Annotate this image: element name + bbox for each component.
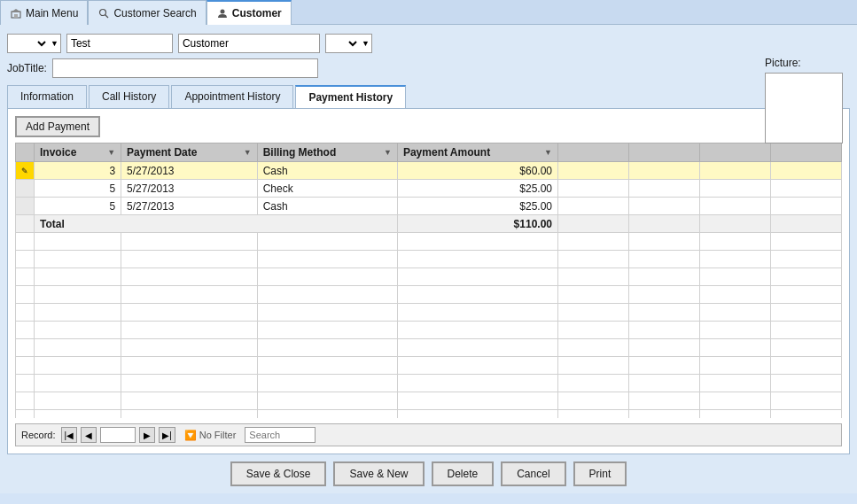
cell-extra-3-1 (700, 162, 771, 180)
prefix-dropdown[interactable]: Mr. Mrs. Ms. Dr. ▼ (7, 34, 61, 53)
empty-row (16, 375, 842, 392)
payment-amount-sort-icon: ▼ (544, 148, 552, 157)
cell-billing-method-1: Cash (257, 162, 397, 180)
cell-extra-2-2 (629, 180, 700, 198)
jobtitle-input[interactable] (52, 58, 318, 78)
suffix-select[interactable]: Jr. Sr. II III (326, 35, 360, 52)
total-indicator (16, 215, 35, 233)
total-row: Total $110.00 (16, 215, 842, 233)
first-name-input[interactable] (66, 34, 173, 53)
empty-row (16, 357, 842, 375)
payment-table-container[interactable]: Invoice ▼ Payment Date ▼ (15, 143, 842, 418)
nav-last-button[interactable]: ▶| (159, 427, 175, 443)
col-payment-date-header[interactable]: Payment Date ▼ (121, 143, 258, 162)
jobtitle-label: JobTitle: (7, 62, 47, 74)
total-label-cell: Total (35, 215, 398, 233)
cell-billing-method-2: Check (257, 180, 397, 198)
cell-invoice-1: 3 (35, 162, 121, 180)
table-row[interactable]: ✎ 3 5/27/2013 Cash $60.00 (16, 162, 842, 180)
payment-date-sort-icon: ▼ (244, 148, 252, 157)
title-bar: Main Menu Customer Search Customer (0, 0, 857, 25)
jobtitle-row: JobTitle: (7, 57, 850, 80)
save-new-button[interactable]: Save & New (333, 461, 424, 486)
cell-billing-method-3: Cash (257, 198, 397, 215)
suffix-arrow-icon: ▼ (360, 39, 371, 48)
search-icon (97, 7, 110, 19)
tab-main-menu-label: Main Menu (26, 7, 78, 19)
tab-appointment-history[interactable]: Appointment History (171, 85, 293, 108)
cancel-button[interactable]: Cancel (501, 461, 565, 486)
tab-customer-search[interactable]: Customer Search (88, 0, 206, 25)
col-extra-2-header (629, 143, 700, 162)
cell-extra-1-3 (558, 198, 629, 215)
col-extra-4-header (771, 143, 842, 162)
nav-prev-button[interactable]: ◀ (81, 427, 97, 443)
table-row[interactable]: 5 5/27/2013 Cash $25.00 (16, 198, 842, 215)
invoice-sort-icon: ▼ (107, 148, 115, 157)
content-panel: Add Payment Invoice ▼ (7, 109, 850, 454)
empty-row (16, 410, 842, 419)
svg-rect-2 (14, 14, 18, 18)
svg-point-5 (220, 10, 224, 14)
empty-row (16, 286, 842, 304)
picture-area: Picture: (765, 57, 843, 143)
filter-icon: 🔽 (184, 430, 197, 441)
tab-information[interactable]: Information (7, 85, 87, 108)
cell-extra-1-1 (558, 162, 629, 180)
cell-extra-4-1 (771, 162, 842, 180)
col-extra-1-header (558, 143, 629, 162)
total-amount-cell: $110.00 (397, 215, 557, 233)
nav-next-button[interactable]: ▶ (139, 427, 155, 443)
cell-extra-4-2 (771, 180, 842, 198)
save-close-button[interactable]: Save & Close (230, 461, 327, 486)
no-filter-label: No Filter (199, 430, 237, 440)
col-payment-amount-header[interactable]: Payment Amount ▼ (397, 143, 557, 162)
empty-row (16, 233, 842, 251)
billing-method-sort-icon: ▼ (384, 148, 392, 157)
tab-customer[interactable]: Customer (206, 0, 292, 25)
nav-first-button[interactable]: |◀ (61, 427, 78, 443)
empty-row (16, 268, 842, 286)
svg-marker-1 (11, 9, 21, 12)
row-indicator-3 (16, 198, 35, 215)
content-tabs-wrapper: Information Call History Appointment His… (0, 85, 857, 454)
no-filter-indicator: 🔽 No Filter (184, 430, 237, 441)
delete-button[interactable]: Delete (432, 461, 495, 486)
svg-line-4 (105, 14, 109, 18)
tab-main-menu[interactable]: Main Menu (0, 0, 88, 25)
add-payment-button[interactable]: Add Payment (15, 116, 100, 137)
total-label: Total (40, 218, 65, 230)
empty-row (16, 322, 842, 339)
cell-payment-amount-3: $25.00 (397, 198, 557, 215)
cell-invoice-2: 5 (35, 180, 121, 198)
record-search-input[interactable] (245, 427, 316, 443)
empty-row (16, 392, 842, 410)
print-button[interactable]: Print (573, 461, 627, 486)
content-tabs-nav: Information Call History Appointment His… (7, 85, 850, 109)
table-row[interactable]: 5 5/27/2013 Check $25.00 (16, 180, 842, 198)
suffix-dropdown[interactable]: Jr. Sr. II III ▼ (325, 34, 372, 53)
tab-payment-history[interactable]: Payment History (295, 85, 406, 108)
empty-row (16, 304, 842, 322)
cell-payment-date-3: 5/27/2013 (121, 198, 258, 215)
cell-extra-4-3 (771, 198, 842, 215)
prefix-select[interactable]: Mr. Mrs. Ms. Dr. (8, 35, 49, 52)
last-name-input[interactable] (178, 34, 320, 53)
tab-call-history[interactable]: Call History (89, 85, 169, 108)
payment-table: Invoice ▼ Payment Date ▼ (15, 143, 842, 418)
cell-extra-3-3 (700, 198, 771, 215)
tab-customer-search-label: Customer Search (113, 7, 196, 19)
nav-page-input[interactable] (100, 427, 136, 443)
row-indicator-2 (16, 180, 35, 198)
col-extra-3-header (700, 143, 771, 162)
cell-payment-amount-2: $25.00 (397, 180, 557, 198)
picture-box (765, 73, 843, 143)
col-indicator-header (16, 143, 35, 162)
empty-row (16, 339, 842, 357)
col-invoice-header[interactable]: Invoice ▼ (35, 143, 121, 162)
prefix-arrow-icon: ▼ (49, 39, 60, 48)
home-icon (10, 7, 22, 19)
col-billing-method-header[interactable]: Billing Method ▼ (257, 143, 397, 162)
picture-label: Picture: (765, 57, 801, 69)
cell-extra-1-2 (558, 180, 629, 198)
